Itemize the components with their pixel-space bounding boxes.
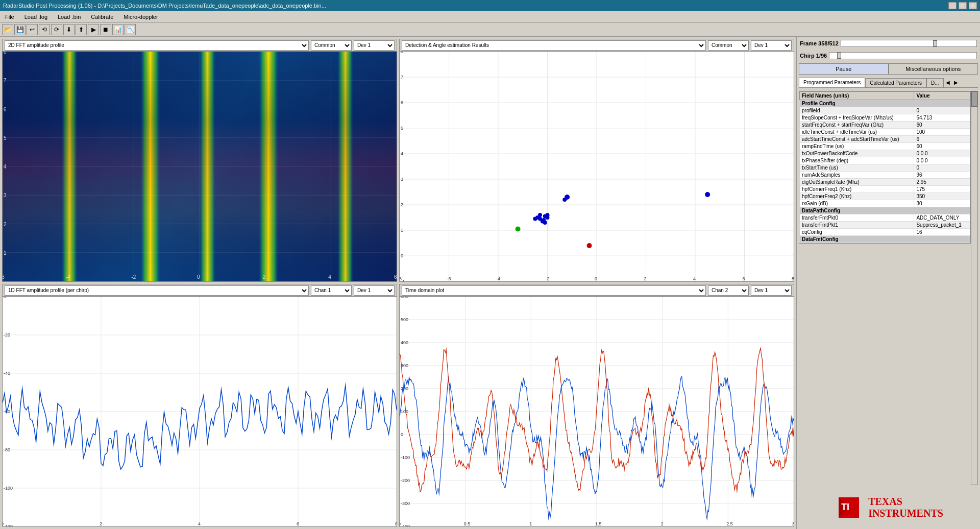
toolbar-save[interactable]: 💾 (14, 24, 26, 35)
section-name: Profile Config (800, 100, 970, 107)
frame-control: Frame 358/512 (799, 39, 978, 48)
minimize-button[interactable]: _ (948, 2, 957, 9)
table-row: adcStartTimeConst + adcStartTimeVar (us)… (800, 136, 970, 143)
plot-title-select-top-right[interactable]: Detection & Angle estimation Results (402, 40, 706, 51)
menu-calibrate[interactable]: Calibrate (88, 13, 116, 21)
tab-d[interactable]: D... (926, 78, 944, 87)
svg-text:TI: TI (841, 502, 849, 512)
field-value-cell: 100 (914, 129, 970, 136)
tab-arrow-right[interactable]: ▶ (952, 79, 960, 86)
plot-header-top-left: 2D FFT amplitude profile Common Dev 1 (3, 39, 397, 52)
table-row: txOutPowerBackoffCode0 0 0 (800, 150, 970, 157)
plot-dropdown2-top-left[interactable]: Dev 1 (354, 40, 395, 51)
plots-area: 2D FFT amplitude profile Common Dev 1 De… (0, 37, 796, 529)
plot-dropdown2-top-right[interactable]: Dev 1 (751, 40, 792, 51)
field-name-cell: idleTimeConst + idleTimeVar (us) (800, 129, 914, 136)
toolbar-undo[interactable]: ↩ (27, 24, 38, 35)
field-value-cell: 0 (914, 107, 970, 114)
menu-loadbin[interactable]: Load .bin (55, 13, 84, 21)
frame-slider[interactable] (841, 40, 977, 47)
section-header-row: Profile Config (800, 100, 970, 107)
plot-header-bottom-right: Time domain plot Chan 2 Dev 1 (400, 284, 794, 297)
timedomain-canvas (400, 297, 794, 526)
field-name-cell: numAdcSamples (800, 172, 914, 179)
section-name: DataFmtConfig (800, 236, 970, 243)
table-row: hpfCornerFreq2 (Khz)350 (800, 193, 970, 200)
field-value-cell: 60 (914, 143, 970, 150)
toolbar-chart2[interactable]: 📉 (125, 24, 136, 35)
ti-logo: TI TEXAS INSTRUMENTS (799, 488, 978, 527)
maximize-button[interactable]: □ (959, 2, 967, 9)
field-value-cell: 6 (914, 136, 970, 143)
params-scrollbar[interactable] (971, 91, 978, 485)
pause-button[interactable]: Pause (799, 63, 889, 75)
toolbar-stop[interactable]: ⏹ (100, 24, 111, 35)
menu-microdoppler[interactable]: Micro-doppler (120, 13, 161, 21)
field-name-cell: txPhaseShifter (deg) (800, 157, 914, 164)
plot-header-top-right: Detection & Angle estimation Results Com… (400, 39, 794, 52)
field-value-cell: 16 (914, 229, 970, 236)
param-tabs: Programmed Parameters Calculated Paramet… (799, 78, 978, 88)
ti-logo-icon: TI (834, 492, 864, 523)
plot-dropdown2-bottom-right[interactable]: Dev 1 (751, 285, 792, 296)
plot-dropdown2-bottom-left[interactable]: Dev 1 (354, 285, 395, 296)
plot-bottom-left: 1D FFT amplitude profile (per chirp) Cha… (2, 284, 397, 527)
toolbar: 📂 💾 ↩ ⟲ ⟳ ⬇ ⬆ ▶ ⏹ 📊 📉 (0, 22, 980, 37)
plot-dropdown1-bottom-left[interactable]: Chan 1 (311, 285, 352, 296)
field-value-cell: 54.713 (914, 114, 970, 122)
plot-title-select-top-left[interactable]: 2D FFT amplitude profile (5, 40, 309, 51)
field-value-cell: Suppress_packet_1 (914, 222, 970, 229)
plot-title-select-bottom-right[interactable]: Time domain plot (402, 285, 706, 296)
chirp-slider-thumb[interactable] (837, 53, 841, 59)
title-text: RadarStudio Post Processing (1.06) - D:\… (3, 3, 326, 9)
table-row: numAdcSamples96 (800, 172, 970, 179)
field-value-cell: 175 (914, 186, 970, 193)
menu-file[interactable]: File (2, 13, 17, 21)
heatmap-canvas (3, 52, 397, 281)
table-row: startFreqConst + startFreqVar (Ghz)60 (800, 122, 970, 129)
toolbar-open[interactable]: 📂 (2, 24, 13, 35)
col-field-names: Field Names (units) (800, 92, 914, 100)
toolbar-play[interactable]: ▶ (88, 24, 99, 35)
field-name-cell: transferFmtPkt1 (800, 222, 914, 229)
toolbar-up[interactable]: ⬆ (76, 24, 87, 35)
params-scroll-thumb[interactable] (971, 91, 977, 107)
field-name-cell: profileId (800, 107, 914, 114)
plot-dropdown1-top-right[interactable]: Common (708, 40, 749, 51)
tab-programmed[interactable]: Programmed Parameters (799, 78, 865, 87)
plot-dropdown1-top-left[interactable]: Common (311, 40, 352, 51)
field-name-cell: digOutSampleRate (Mhz) (800, 179, 914, 186)
options-button[interactable]: Miscellaneous options (889, 63, 978, 75)
ti-brand-texas: TEXAS (868, 496, 943, 508)
table-row: digOutSampleRate (Mhz)2.95 (800, 179, 970, 186)
plot-header-bottom-left: 1D FFT amplitude profile (per chirp) Cha… (3, 284, 397, 297)
toolbar-down[interactable]: ⬇ (63, 24, 75, 35)
toolbar-refresh2[interactable]: ⟳ (51, 24, 62, 35)
section-header-row: DataFmtConfig (800, 236, 970, 243)
field-value-cell: 96 (914, 172, 970, 179)
toolbar-refresh1[interactable]: ⟲ (39, 24, 50, 35)
table-row: rxGain (dB)30 (800, 200, 970, 207)
tab-arrow-left[interactable]: ◀ (944, 79, 952, 86)
plot-dropdown1-bottom-right[interactable]: Chan 2 (708, 285, 749, 296)
plot-canvas-1dfft (3, 297, 397, 526)
plot-title-select-bottom-left[interactable]: 1D FFT amplitude profile (per chirp) (5, 285, 309, 296)
tab-calculated[interactable]: Calculated Parameters (865, 78, 926, 87)
field-name-cell: hpfCornerFreq2 (Khz) (800, 193, 914, 200)
close-button[interactable]: × (969, 2, 977, 9)
section-header-row: DataPathConfig (800, 207, 970, 214)
plot-bottom-right: Time domain plot Chan 2 Dev 1 (399, 284, 794, 527)
table-row: idleTimeConst + idleTimeVar (us)100 (800, 129, 970, 136)
chirp-slider[interactable] (829, 52, 977, 59)
plot-canvas-timedomain (400, 297, 794, 526)
field-name-cell: txOutPowerBackoffCode (800, 150, 914, 157)
menu-loadlog[interactable]: Load .log (21, 13, 51, 21)
table-row: txPhaseShifter (deg)0 0 0 (800, 157, 970, 164)
plot-top-left: 2D FFT amplitude profile Common Dev 1 (2, 39, 397, 282)
params-container: Field Names (units) Value Profile Config… (799, 91, 978, 485)
frame-slider-thumb[interactable] (933, 40, 937, 46)
table-row: freqSlopeConst + freqSlopeVar (Mhz/us)54… (800, 114, 970, 122)
section-name: DataPathConfig (800, 207, 970, 214)
chirp-control: Chirp 1/96 (799, 51, 978, 60)
toolbar-chart1[interactable]: 📊 (112, 24, 124, 35)
